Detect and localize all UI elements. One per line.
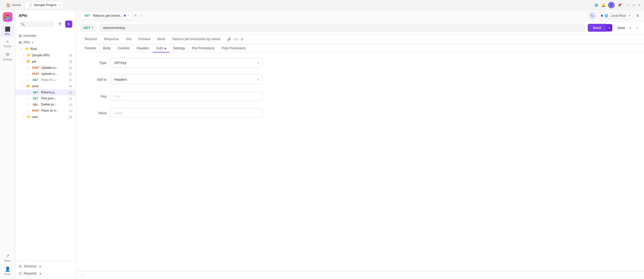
nav-item-testing[interactable]: ≡ Testing — [1, 38, 14, 49]
sub-tab-pre-processors[interactable]: Pre Processors — [189, 44, 218, 53]
send-button[interactable]: Send — [588, 24, 606, 32]
tab-home[interactable]: 🏠 Home — [3, 1, 24, 9]
env-label: Local Mock — [611, 14, 626, 18]
tab-bar-right: ↻ 🌐 Local Mock ∨ ≡ — [588, 12, 640, 20]
tab-preview[interactable]: Preview — [135, 34, 154, 44]
auth-add-to-select[interactable]: Headers Query Params — [111, 75, 263, 84]
bell-icon[interactable]: 🔔 — [601, 3, 605, 7]
add-api-button[interactable]: + — [65, 21, 72, 28]
sub-tab-body[interactable]: Body — [100, 44, 114, 53]
sub-tab-params[interactable]: Params — [81, 44, 100, 53]
tree-item-pet[interactable]: › 📂 pet (3) — [15, 58, 76, 65]
method-selector[interactable]: GET ∨ — [80, 24, 97, 31]
tab-mock[interactable]: Mock — [154, 34, 169, 44]
close-request-tab-icon[interactable]: × — [128, 14, 129, 17]
auth-panel: Type API Key Bearer Token Basic Auth No … — [76, 53, 644, 271]
schemas-arrow: ▶ — [40, 265, 42, 268]
add-tab-button[interactable]: + — [133, 13, 138, 18]
window-actions: ⚙️ 🔔 👤 📌 — ⬜ ✕ — [594, 2, 641, 8]
sidebar: APIs 🔍 ⚗ + ⊞ Overview ⊞ APIs — [15, 10, 76, 279]
tree-item-place-an-o[interactable]: › POST Place an o... (1) — [15, 108, 76, 114]
more-tabs-button[interactable]: ··· — [139, 14, 144, 18]
nav-item-share[interactable]: ↗ Share — [1, 252, 14, 264]
tab-home-label: Home — [12, 3, 21, 7]
sub-tab-cookies[interactable]: Cookies — [114, 44, 133, 53]
tree-item-updates-a[interactable]: › POST Updates a... (1) — [15, 65, 76, 71]
search-input[interactable] — [26, 22, 52, 26]
tab-sample-project[interactable]: 📄 Sample Project × — [25, 1, 64, 9]
tree-item-delete-pu[interactable]: › DEL Delete pu... (1) — [15, 101, 76, 108]
win-buttons: — ⬜ ✕ — [626, 3, 641, 7]
tab-returns-pet[interactable]: Returns pet inventories by status — [169, 34, 224, 44]
tree-item-find-purc[interactable]: › GET Find purc... (1) — [15, 95, 76, 101]
auth-value-input[interactable] — [111, 108, 263, 118]
close-button[interactable]: ✕ — [637, 3, 641, 7]
save-button[interactable]: Save — [615, 24, 628, 31]
pet-count: (3) — [69, 60, 72, 63]
sidebar-item-apis[interactable]: ⊞ APIs ▼ — [15, 39, 76, 46]
expand-icon: › — [27, 79, 30, 81]
auth-type-select[interactable]: API Key Bearer Token Basic Auth No Auth — [111, 58, 263, 67]
sidebar-item-schemas[interactable]: ⊞ Schemas ▶ — [19, 263, 72, 270]
sync-button[interactable]: ↻ — [588, 12, 596, 20]
request-tab-active[interactable]: GET Returns pet invent... × — [80, 12, 132, 20]
avatar[interactable]: 👤 — [608, 2, 615, 8]
url-input[interactable] — [103, 26, 581, 30]
tree-item-returns-p[interactable]: › GET Returns p... (1) — [15, 89, 76, 95]
sidebar-item-requests[interactable]: ⊡ Requests ▶ — [19, 270, 72, 277]
close-tab-icon[interactable]: × — [59, 4, 60, 7]
tree-item-root[interactable]: › 📁 Root — [15, 46, 76, 52]
schemas-label: Schemas — [24, 265, 36, 268]
tab-action-icons: 🔗 </> ⚙ — [227, 37, 244, 41]
hamburger-button[interactable]: ≡ — [635, 12, 640, 19]
filter-button[interactable]: ⚗ — [56, 21, 63, 28]
requests-icon: ⊡ — [19, 271, 22, 275]
settings-icon[interactable]: ⚙️ — [594, 3, 598, 7]
sub-tab-settings[interactable]: Settings — [170, 44, 189, 53]
tab-request[interactable]: Request — [81, 34, 100, 44]
sidebar-header: APIs — [15, 10, 76, 21]
send-dropdown-button[interactable]: ∨ — [606, 24, 612, 31]
pin-icon[interactable]: 📌 — [617, 3, 622, 7]
app-logo[interactable]: 📚 — [3, 12, 12, 22]
sub-tab-params-label: Params — [85, 46, 96, 50]
sub-tab-auth[interactable]: Auth — [153, 44, 170, 53]
nav-label-testing: Testing — [4, 45, 12, 48]
tree-item-sample-apis[interactable]: › 📁 Sample APIs (5) — [15, 52, 76, 58]
expand-icon: › — [27, 103, 30, 106]
settings-tab-icon[interactable]: ⚙ — [241, 37, 244, 41]
expand-icon: › — [23, 115, 25, 118]
save-dropdown-button[interactable]: ∨ — [628, 25, 632, 31]
maximize-button[interactable]: ⬜ — [632, 3, 635, 7]
nav-item-invite[interactable]: 👤 Invite — [1, 265, 14, 277]
sub-tab-headers[interactable]: Headers — [133, 44, 153, 53]
minimize-button[interactable]: — — [626, 3, 630, 7]
tab-response[interactable]: Response — [100, 34, 122, 44]
apis-chevron-icon: ▼ — [31, 41, 34, 44]
sub-tab-post-processors[interactable]: Post Processors — [218, 44, 249, 53]
expand-icon: › — [23, 54, 25, 57]
uploads-a-label: uploads a... — [41, 72, 66, 76]
more-options-button[interactable]: ··· — [635, 24, 640, 32]
auth-dot — [164, 48, 166, 49]
icon-nav: 📚 ⬛ APIs ≡ Testing ⚙ Settings ↗ Share 👤 … — [0, 10, 15, 279]
expand-icon: › — [27, 97, 30, 100]
returns-p-count: (1) — [69, 91, 72, 94]
nav-item-apis[interactable]: ⬛ APIs — [1, 25, 14, 37]
sub-tab-cookies-label: Cookies — [118, 46, 130, 50]
expand-icon: › — [21, 47, 24, 50]
code-icon[interactable]: </> — [233, 37, 238, 41]
tree-item-uploads-a[interactable]: › POST uploads a... (1) — [15, 71, 76, 77]
auth-key-input[interactable] — [111, 91, 263, 101]
sidebar-item-overview[interactable]: ⊞ Overview — [15, 32, 76, 39]
nav-item-settings[interactable]: ⚙ Settings — [1, 50, 14, 62]
overview-icon: ⊞ — [19, 34, 22, 38]
tree-item-finds-pe[interactable]: › GET Finds Pe... (1) — [15, 77, 76, 83]
link-icon[interactable]: 🔗 — [227, 37, 231, 41]
tab-info[interactable]: Info — [122, 34, 135, 44]
schemas-icon: ⊞ — [19, 264, 22, 268]
env-selector[interactable]: 🌐 Local Mock ∨ — [598, 13, 633, 19]
method-badge: POST — [31, 72, 40, 76]
tree-item-user[interactable]: › 📁 user (8) — [15, 114, 76, 120]
tree-item-store[interactable]: › 📂 store (4) — [15, 83, 76, 89]
